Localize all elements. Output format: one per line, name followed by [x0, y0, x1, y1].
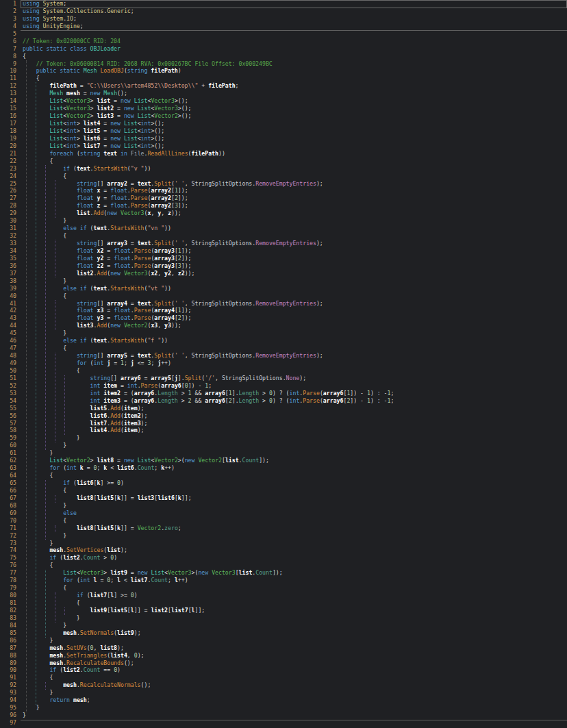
code-line[interactable]: 45 }: [0, 329, 567, 337]
code-line[interactable]: 65 if (list6[k] >= 0): [0, 479, 567, 487]
code-line[interactable]: 14 List<Vector3> list = new List<Vector3…: [0, 97, 567, 105]
code-line[interactable]: 35 float y2 = float.Parse(array3[2]);: [0, 255, 567, 262]
code-line[interactable]: 51 string[] array6 = array5[j].Split('/'…: [0, 375, 567, 382]
code-line[interactable]: 64 {: [0, 472, 567, 479]
code-line[interactable]: 22 {: [0, 158, 567, 165]
code-line[interactable]: 76 {: [0, 562, 567, 569]
code-line[interactable]: 33 string[] array3 = text.Split(' ', Str…: [0, 240, 567, 247]
code-line[interactable]: 44 list3.Add(new Vector2(x3, y3));: [0, 322, 567, 329]
code-line[interactable]: 3using System.IO;: [0, 15, 567, 23]
code-line[interactable]: 18 List<int> list5 = new List<int>();: [0, 127, 567, 135]
code-line[interactable]: 6// Token: 0x020000CC RID: 204: [0, 38, 567, 45]
code-line[interactable]: 31 else if (text.StartsWith("vn ")): [0, 225, 567, 232]
code-line[interactable]: 8{: [0, 53, 567, 60]
code-line[interactable]: 1using System;: [0, 0, 567, 8]
code-line[interactable]: 52 int item = int.Parse(array6[0]) - 1;: [0, 382, 567, 390]
code-line[interactable]: 59 }: [0, 434, 567, 442]
code-line[interactable]: 82 list9[list5[l]] = list2[list7[l]];: [0, 607, 567, 614]
code-line[interactable]: 57 list7.Add(item3);: [0, 420, 567, 427]
code-line[interactable]: 79 {: [0, 584, 567, 592]
code-line[interactable]: 4using UnityEngine;: [0, 23, 567, 30]
code-line[interactable]: 94 return mesh;: [0, 696, 567, 704]
code-line[interactable]: 58 list4.Add(item);: [0, 427, 567, 434]
code-line[interactable]: 67 list8[list5[k]] = list3[list6[k]];: [0, 494, 567, 502]
code-line[interactable]: 9 // Token: 0x06000814 RID: 2068 RVA: 0x…: [0, 60, 567, 68]
code-line[interactable]: 78 for (int l = 0; l < list7.Count; l++): [0, 577, 567, 584]
code-line[interactable]: 7public static class OBJLoader: [0, 45, 567, 53]
code-line[interactable]: 29 list.Add(new Vector3(x, y, z));: [0, 210, 567, 217]
code-line[interactable]: 92 mesh.RecalculateNormals();: [0, 681, 567, 689]
code-line[interactable]: 40 {: [0, 292, 567, 300]
code-line[interactable]: 70 {: [0, 517, 567, 525]
code-line[interactable]: 73 }: [0, 540, 567, 547]
code-line[interactable]: 72 }: [0, 532, 567, 540]
code-line[interactable]: 50 {: [0, 367, 567, 375]
code-line[interactable]: 24 {: [0, 173, 567, 180]
code-line[interactable]: 37 list2.Add(new Vector3(x2, y2, z2));: [0, 270, 567, 277]
code-line[interactable]: 5: [0, 30, 567, 38]
code-line[interactable]: 36 float z2 = float.Parse(array3[3]);: [0, 262, 567, 270]
code-line[interactable]: 93 }: [0, 689, 567, 696]
code-line[interactable]: 23 if (text.StartsWith("v ")): [0, 165, 567, 173]
code-line[interactable]: 13 Mesh mesh = new Mesh();: [0, 90, 567, 97]
code-line[interactable]: 41 string[] array4 = text.Split(' ', Str…: [0, 300, 567, 307]
code-line[interactable]: 21 foreach (string text in File.ReadAllL…: [0, 150, 567, 158]
code-line[interactable]: 26 float x = float.Parse(array2[1]);: [0, 187, 567, 194]
code-line[interactable]: 42 float x3 = float.Parse(array4[1]);: [0, 307, 567, 314]
code-line[interactable]: 66 {: [0, 487, 567, 494]
code-line[interactable]: 32 {: [0, 232, 567, 240]
code-line[interactable]: 17 List<int> list4 = new List<int>();: [0, 120, 567, 127]
code-line[interactable]: 15 List<Vector3> list2 = new List<Vector…: [0, 105, 567, 112]
code-line[interactable]: 68 }: [0, 502, 567, 510]
code-line[interactable]: 91 {: [0, 674, 567, 681]
code-line[interactable]: 30 }: [0, 217, 567, 225]
code-line[interactable]: 11 {: [0, 75, 567, 82]
code-line[interactable]: 27 float y = float.Parse(array2[2]);: [0, 194, 567, 202]
code-line[interactable]: 16 List<Vector2> list3 = new List<Vector…: [0, 112, 567, 120]
code-line[interactable]: 75 if (list2.Count > 0): [0, 554, 567, 562]
code-line[interactable]: 74 mesh.SetVertices(list);: [0, 547, 567, 554]
code-line[interactable]: 97: [0, 719, 567, 727]
code-line[interactable]: 87 mesh.SetUVs(0, list8);: [0, 644, 567, 652]
code-area[interactable]: 1using System;2using System.Collections.…: [0, 0, 567, 727]
decompiler-code-view[interactable]: 1using System;2using System.Collections.…: [0, 0, 567, 728]
code-line[interactable]: 61 }: [0, 449, 567, 457]
code-line[interactable]: 89 mesh.RecalculateBounds();: [0, 660, 567, 667]
code-line[interactable]: 56 list6.Add(item2);: [0, 412, 567, 420]
code-line[interactable]: 85 mesh.SetNormals(list9);: [0, 629, 567, 637]
code-line[interactable]: 81 {: [0, 599, 567, 607]
code-line[interactable]: 20 List<int> list7 = new List<int>();: [0, 142, 567, 150]
code-line[interactable]: 46 else if (text.StartsWith("f ")): [0, 337, 567, 344]
code-line[interactable]: 38 }: [0, 277, 567, 285]
code-line[interactable]: 71 list8[list5[k]] = Vector2.zero;: [0, 525, 567, 532]
code-line[interactable]: 88 mesh.SetTriangles(list4, 0);: [0, 652, 567, 660]
code-line[interactable]: 2using System.Collections.Generic;: [0, 8, 567, 15]
code-line[interactable]: 12 filePath = "C:\\Users\\artem4852\\Des…: [0, 82, 567, 90]
code-line[interactable]: 47 {: [0, 344, 567, 352]
code-line[interactable]: 55 list5.Add(item);: [0, 405, 567, 412]
code-line[interactable]: 43 float y3 = float.Parse(array4[2]);: [0, 314, 567, 322]
code-line[interactable]: 25 string[] array2 = text.Split(' ', Str…: [0, 180, 567, 188]
code-line[interactable]: 84 }: [0, 622, 567, 629]
code-line[interactable]: 54 int item3 = (array6.Length > 2 && arr…: [0, 397, 567, 405]
code-line[interactable]: 48 string[] array5 = text.Split(' ', Str…: [0, 352, 567, 360]
code-line[interactable]: 39 else if (text.StartsWith("vt ")): [0, 285, 567, 292]
code-line[interactable]: 62 List<Vector2> list8 = new List<Vector…: [0, 457, 567, 464]
code-line[interactable]: 83 }: [0, 614, 567, 622]
code-line[interactable]: 69 else: [0, 510, 567, 517]
code-line[interactable]: 80 if (list7[l] >= 0): [0, 592, 567, 599]
code-line[interactable]: 77 List<Vector3> list9 = new List<Vector…: [0, 569, 567, 577]
code-line[interactable]: 49 for (int j = 1; j <= 3; j++): [0, 360, 567, 367]
code-line[interactable]: 53 int item2 = (array6.Length > 1 && arr…: [0, 390, 567, 397]
code-line[interactable]: 86 }: [0, 637, 567, 644]
code-line[interactable]: 34 float x2 = float.Parse(array3[1]);: [0, 247, 567, 255]
code-line[interactable]: 28 float z = float.Parse(array2[3]);: [0, 202, 567, 210]
code-line[interactable]: 95 }: [0, 704, 567, 712]
code-line[interactable]: 19 List<int> list6 = new List<int>();: [0, 135, 567, 142]
code-line[interactable]: 10 public static Mesh LoadOBJ(string fil…: [0, 67, 567, 75]
code-line[interactable]: 90 if (list2.Count == 0): [0, 666, 567, 674]
code-line[interactable]: 63 for (int k = 0; k < list6.Count; k++): [0, 464, 567, 472]
code-line[interactable]: 96}: [0, 712, 567, 719]
line-number: 79: [0, 584, 21, 592]
code-line[interactable]: 60 }: [0, 442, 567, 449]
